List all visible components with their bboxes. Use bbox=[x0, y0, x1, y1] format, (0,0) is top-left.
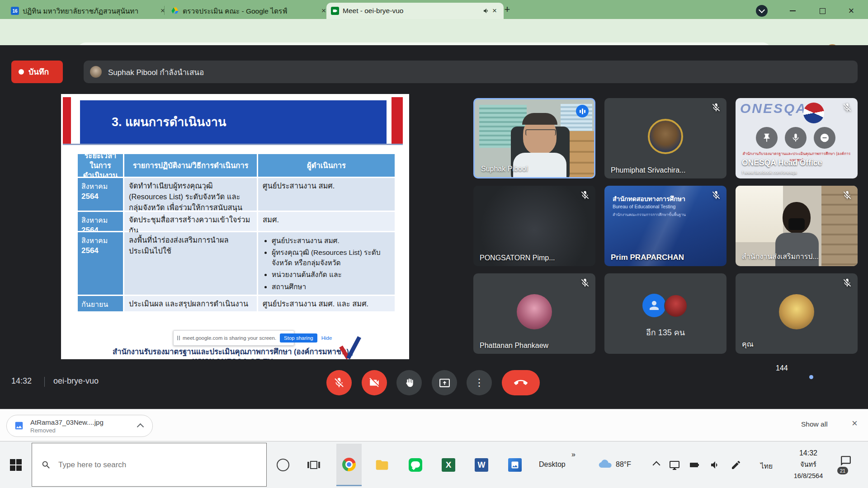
mute-tile-button[interactable] bbox=[785, 127, 807, 149]
stop-sharing-button[interactable]: Stop sharing bbox=[280, 333, 317, 343]
screen-sharing-notice: meet.google.com is sharing your screen. … bbox=[173, 330, 294, 346]
video-tile-pongsatorn[interactable]: PONGSATORN Pimp... bbox=[473, 186, 595, 266]
mic-off-icon bbox=[842, 190, 852, 200]
chevron-down-icon bbox=[759, 7, 765, 13]
chrome-toolbar: meet.google.com/oei-brye-vuo?pli=1&authu… bbox=[0, 19, 868, 45]
search-input[interactable] bbox=[57, 460, 240, 470]
video-tile-phumiphat[interactable]: Phumiphat Srivachira... bbox=[604, 98, 726, 178]
table-cell-period: สิงหาคม 2564 bbox=[78, 232, 123, 295]
screen: 16 ปฏิทิน มหาวิทยาลัยราชภัฏสวนสุนันทา × … bbox=[0, 0, 868, 488]
participants-count-badge: 144 bbox=[776, 364, 788, 372]
tab-meet-active[interactable]: Meet - oei-brye-vuo × bbox=[326, 3, 504, 19]
show-all-downloads-button[interactable]: Show all bbox=[801, 420, 828, 428]
close-shelf-button[interactable]: × bbox=[852, 418, 858, 429]
table-header: ผู้ดำเนินการ bbox=[258, 154, 395, 177]
tab-close-icon[interactable]: × bbox=[158, 6, 167, 15]
display-tray-icon[interactable] bbox=[669, 460, 680, 470]
video-tile-phattanan[interactable]: Phattanan Phankaew bbox=[473, 273, 595, 354]
meet-favicon-icon bbox=[331, 7, 339, 15]
window-close-button[interactable]: × bbox=[844, 5, 858, 17]
slide-title: 3. แผนการดำเนินงาน bbox=[80, 100, 387, 144]
weather-cloud-icon[interactable] bbox=[598, 457, 612, 471]
taskbar-explorer-icon[interactable] bbox=[369, 444, 395, 486]
taskbar-excel-icon[interactable]: X bbox=[436, 444, 461, 486]
hide-link[interactable]: Hide bbox=[321, 335, 332, 341]
weather-temperature[interactable]: 88°F bbox=[616, 460, 631, 469]
hidden-icons-chevron[interactable] bbox=[653, 461, 660, 469]
taskbar-search-box[interactable] bbox=[32, 443, 267, 487]
download-item[interactable]: AtRama37_03New....jpg Removed bbox=[6, 415, 153, 437]
new-tab-button[interactable]: + bbox=[501, 4, 514, 16]
cortana-button[interactable] bbox=[271, 453, 295, 477]
video-tile-you[interactable]: คุณ bbox=[736, 273, 858, 354]
download-shelf: AtRama37_03New....jpg Removed Show all × bbox=[0, 409, 868, 441]
more-participants-label: อีก 135 คน bbox=[604, 326, 726, 339]
drive-favicon-icon bbox=[171, 7, 179, 15]
excel-logo-icon: X bbox=[442, 458, 455, 472]
video-tile-overflow[interactable]: อีก 135 คน bbox=[604, 273, 726, 354]
video-tile-office[interactable]: สำนักงานส่งเสริมการป... bbox=[736, 186, 858, 266]
clock-day: จันทร์ bbox=[786, 461, 831, 468]
mic-toggle-button[interactable] bbox=[326, 370, 352, 395]
presenting-banner: Suphak Pibool กำลังนำเสนอ bbox=[84, 61, 858, 83]
mic-off-icon bbox=[842, 103, 852, 113]
participant-name: Phattanan Phankaew bbox=[480, 342, 548, 350]
chevron-up-icon[interactable] bbox=[137, 423, 144, 431]
more-options-button[interactable]: ⋮ bbox=[467, 370, 492, 395]
windows-taskbar: X W Desktop » 88°F ไทย 14:32 จันทร์ 16/8… bbox=[0, 441, 868, 488]
presenter-avatar bbox=[90, 66, 102, 78]
tab-calendar[interactable]: 16 ปฏิทิน มหาวิทยาลัยราชภัฏสวนสุนันทา × bbox=[6, 3, 172, 19]
end-call-button[interactable] bbox=[502, 370, 540, 395]
task-view-button[interactable] bbox=[302, 453, 326, 477]
participant-name: สำนักงานส่งเสริมการป... bbox=[742, 251, 819, 262]
onesqa-badge-icon bbox=[803, 103, 824, 123]
raise-hand-button[interactable] bbox=[396, 370, 422, 395]
camera-toggle-button[interactable] bbox=[362, 370, 387, 395]
plan-table: ระยะเวลาในการ ดำเนินงาน รายการปฏิบัติงาน… bbox=[78, 154, 395, 311]
slide-left-stripe bbox=[63, 97, 71, 144]
participant-avatar bbox=[664, 294, 688, 318]
taskbar-clock[interactable]: 14:32 จันทร์ 16/8/2564 bbox=[786, 450, 831, 479]
tile-scene-mask bbox=[788, 218, 805, 230]
sharing-indicator-icon bbox=[177, 336, 180, 340]
slide-footer-text: สำนักงานรับรองมาตรฐานและประเมินคุณภาพการ… bbox=[111, 346, 355, 359]
profile-menu-button[interactable] bbox=[756, 5, 768, 17]
taskbar-photos-icon[interactable] bbox=[502, 444, 528, 486]
video-tile-onesqa[interactable]: ONESQA สำนักงานรับรองมาตรฐานและประเมินคุ… bbox=[736, 98, 858, 178]
pin-tile-button[interactable] bbox=[756, 127, 778, 149]
photos-logo-icon bbox=[508, 458, 522, 472]
toolbar-expand-chevron[interactable]: » bbox=[571, 450, 576, 459]
volume-icon[interactable] bbox=[710, 460, 721, 470]
language-indicator[interactable]: ไทย bbox=[760, 460, 773, 472]
tab-divider bbox=[164, 6, 165, 15]
download-filename: AtRama37_03New....jpg bbox=[30, 418, 132, 426]
participant-name: ONESQA Head Office bbox=[742, 158, 822, 168]
battery-icon[interactable] bbox=[689, 460, 700, 470]
banner-underline bbox=[63, 144, 403, 145]
tab-close-icon[interactable]: × bbox=[490, 6, 499, 15]
pen-input-icon[interactable] bbox=[731, 460, 741, 470]
participant-avatar bbox=[517, 294, 552, 329]
table-cell-task: จัดทำทำเนียบผู้ทรงคุณวุฒิ (Resources Lis… bbox=[124, 178, 257, 211]
taskbar-chrome-icon[interactable] bbox=[336, 444, 362, 486]
window-restore-button[interactable] bbox=[816, 5, 829, 17]
tab-audio-icon[interactable] bbox=[483, 7, 490, 14]
present-screen-button[interactable] bbox=[432, 370, 457, 395]
video-tile-suphak[interactable]: Suphak Pibool bbox=[473, 98, 595, 178]
notification-count-badge: 21 bbox=[837, 467, 848, 474]
taskbar-line-icon[interactable] bbox=[403, 444, 428, 486]
window-minimize-button[interactable] bbox=[786, 5, 799, 17]
video-tile-prim[interactable]: สำนักทดสอบทางการศึกษา Bureau of Educatio… bbox=[604, 186, 726, 266]
tile-scene-hair bbox=[522, 113, 557, 125]
desktop-toolbar-label[interactable]: Desktop bbox=[539, 460, 566, 469]
table-cell-period: สิงหาคม 2564 bbox=[78, 212, 123, 231]
facebook-caption: f www.facebook.com/onesqa bbox=[742, 170, 797, 175]
screen-share-title: สำนักทดสอบทางการศึกษา bbox=[613, 194, 685, 204]
tab-drive[interactable]: ตรวจประเมิน คณะ - Google ไดรฟ์ × bbox=[166, 3, 333, 19]
chat-notification-dot bbox=[809, 375, 813, 379]
taskbar-word-icon[interactable]: W bbox=[469, 444, 494, 486]
start-button[interactable] bbox=[0, 441, 32, 488]
meet-page: บันทึก Suphak Pibool กำลังนำเสนอ 3. แผนก… bbox=[0, 45, 868, 409]
remove-tile-button[interactable] bbox=[814, 127, 835, 149]
action-center-icon[interactable] bbox=[840, 455, 852, 467]
